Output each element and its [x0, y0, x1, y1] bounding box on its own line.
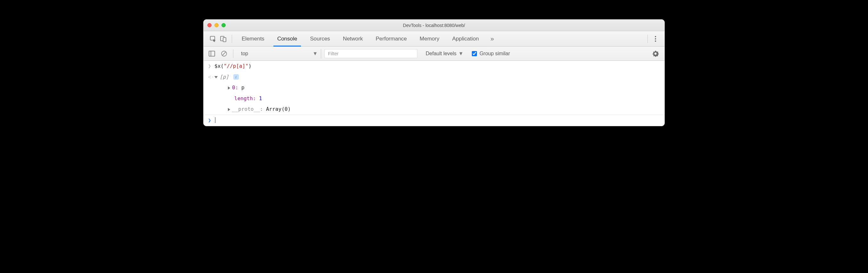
bracket: ]	[226, 74, 229, 80]
tab-label: Elements	[242, 36, 265, 42]
console-output-proto[interactable]: __proto__: Array(0)	[204, 104, 664, 115]
devtools-window: DevTools - localhost:8080/web/ Elements …	[203, 19, 665, 126]
proto-value: Array(0)	[266, 106, 291, 112]
group-similar-checkbox[interactable]: Group similar	[472, 51, 510, 57]
separator	[233, 50, 234, 58]
expand-arrow-icon[interactable]	[228, 86, 230, 90]
console-output-content: [p] i	[214, 72, 660, 82]
panel-tabstrip: Elements Console Sources Network Perform…	[204, 31, 664, 47]
svg-rect-2	[223, 37, 226, 42]
tab-label: Console	[277, 36, 297, 42]
tab-label: Network	[343, 36, 363, 42]
prop-content: length: 1	[214, 94, 660, 103]
tab-performance[interactable]: Performance	[369, 31, 413, 46]
console-prompt-row[interactable]: ❯	[204, 115, 664, 126]
console-output-prop[interactable]: length: 1	[204, 93, 664, 104]
inspect-element-icon[interactable]	[208, 34, 218, 44]
entry-value: p	[241, 84, 245, 90]
dropdown-arrow-icon: ▼	[312, 51, 318, 57]
window-controls	[207, 23, 226, 27]
level-label: Default levels	[426, 51, 457, 57]
token-fn: $x	[214, 63, 220, 69]
tab-label: Memory	[420, 36, 439, 42]
toggle-sidebar-icon[interactable]	[207, 49, 216, 58]
expand-arrow-icon[interactable]	[228, 108, 230, 111]
close-window-button[interactable]	[207, 23, 212, 27]
execution-context-select[interactable]: top ▼	[238, 49, 321, 58]
console-settings-icon[interactable]	[650, 50, 661, 57]
console-output-entry[interactable]: 0: p	[204, 82, 664, 93]
expand-arrow-icon[interactable]	[214, 76, 218, 78]
console-input-row[interactable]: ❯ $x("//p[a]")	[204, 61, 664, 72]
tab-console[interactable]: Console	[271, 31, 304, 46]
console-toolbar: top ▼ Default levels ▼ Group similar	[204, 47, 664, 61]
svg-line-6	[222, 52, 226, 55]
console-body: ❯ $x("//p[a]") <· [p] i 0: p length: 1 _…	[204, 61, 664, 126]
tab-sources[interactable]: Sources	[304, 31, 336, 46]
proto-content: __proto__: Array(0)	[214, 104, 660, 114]
clear-console-icon[interactable]	[220, 49, 228, 58]
context-label: top	[241, 51, 248, 57]
console-prompt-input[interactable]	[214, 116, 660, 125]
maximize-window-button[interactable]	[221, 23, 226, 27]
tab-label: Performance	[376, 36, 407, 42]
entry-content: 0: p	[214, 83, 660, 92]
titlebar: DevTools - localhost:8080/web/	[204, 20, 664, 31]
tab-label: Application	[452, 36, 479, 42]
tab-network[interactable]: Network	[337, 31, 369, 46]
token-string: "//p[a]"	[224, 63, 248, 69]
prop-key: length	[234, 95, 253, 102]
input-marker-icon: ❯	[208, 61, 214, 71]
bracket: [	[220, 74, 223, 80]
svg-rect-3	[209, 51, 215, 56]
tab-elements[interactable]: Elements	[235, 31, 271, 46]
prompt-marker-icon: ❯	[208, 116, 214, 125]
prop-value: 1	[259, 95, 262, 102]
summary-tag: p	[223, 74, 226, 80]
proto-key: __proto__	[232, 106, 260, 112]
tab-label: Sources	[310, 36, 330, 42]
entry-key: 0	[232, 84, 235, 90]
device-toolbar-icon[interactable]	[218, 34, 228, 44]
group-similar-label: Group similar	[479, 51, 510, 57]
settings-menu-button[interactable]	[651, 36, 660, 42]
window-title: DevTools - localhost:8080/web/	[204, 23, 664, 28]
tab-memory[interactable]: Memory	[413, 31, 445, 46]
tab-application[interactable]: Application	[446, 31, 485, 46]
console-output-summary[interactable]: <· [p] i	[204, 72, 664, 83]
filter-input[interactable]	[324, 49, 417, 58]
kebab-icon	[655, 36, 656, 42]
separator	[232, 35, 232, 43]
log-level-select[interactable]: Default levels ▼	[421, 51, 469, 57]
more-tabs-icon[interactable]: »	[485, 35, 499, 43]
dropdown-arrow-icon: ▼	[458, 51, 464, 57]
text-cursor	[215, 117, 215, 123]
output-marker-icon: <·	[208, 72, 214, 82]
group-similar-input[interactable]	[472, 51, 477, 56]
info-badge-icon[interactable]: i	[234, 74, 239, 80]
console-input-content: $x("//p[a]")	[214, 61, 660, 71]
minimize-window-button[interactable]	[214, 23, 219, 27]
